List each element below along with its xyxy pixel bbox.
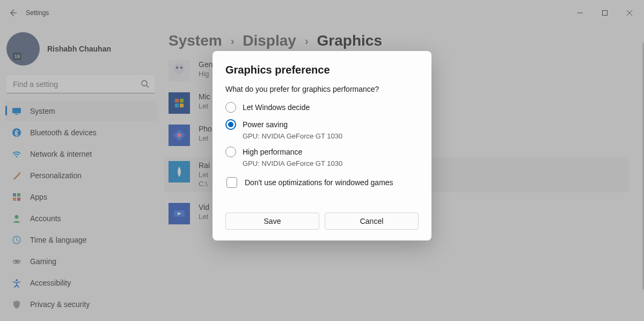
radio-gpu-label: GPU: NVIDIA GeForce GT 1030: [243, 159, 419, 167]
radio-option[interactable]: Power savingGPU: NVIDIA GeForce GT 1030: [225, 119, 419, 140]
radio-gpu-label: GPU: NVIDIA GeForce GT 1030: [243, 132, 419, 140]
checkbox[interactable]: [226, 177, 237, 188]
radio-label: Let Windows decide: [243, 103, 310, 112]
save-button[interactable]: Save: [225, 213, 319, 230]
checkbox-row[interactable]: Don't use optimizations for windowed gam…: [226, 177, 419, 188]
dialog-title: Graphics preference: [225, 64, 419, 76]
radio-button[interactable]: [225, 102, 236, 113]
radio-label: High performance: [243, 148, 302, 156]
radio-button[interactable]: [225, 147, 236, 157]
checkbox-label: Don't use optimizations for windowed gam…: [245, 178, 393, 187]
settings-window: Settings Rishabh Chauhan SystemBluetooth…: [0, 0, 644, 321]
dialog-buttons: Save Cancel: [225, 213, 419, 230]
cancel-button[interactable]: Cancel: [325, 213, 419, 230]
radio-button[interactable]: [225, 119, 236, 130]
radio-label: Power saving: [243, 120, 288, 129]
modal-overlay: Graphics preference What do you prefer f…: [0, 0, 644, 321]
graphics-preference-dialog: Graphics preference What do you prefer f…: [213, 51, 431, 240]
dialog-prompt: What do you prefer for graphics performa…: [225, 85, 419, 93]
radio-option[interactable]: High performanceGPU: NVIDIA GeForce GT 1…: [225, 147, 419, 167]
radio-option[interactable]: Let Windows decide: [225, 102, 419, 113]
radio-group: Let Windows decidePower savingGPU: NVIDI…: [225, 102, 419, 167]
